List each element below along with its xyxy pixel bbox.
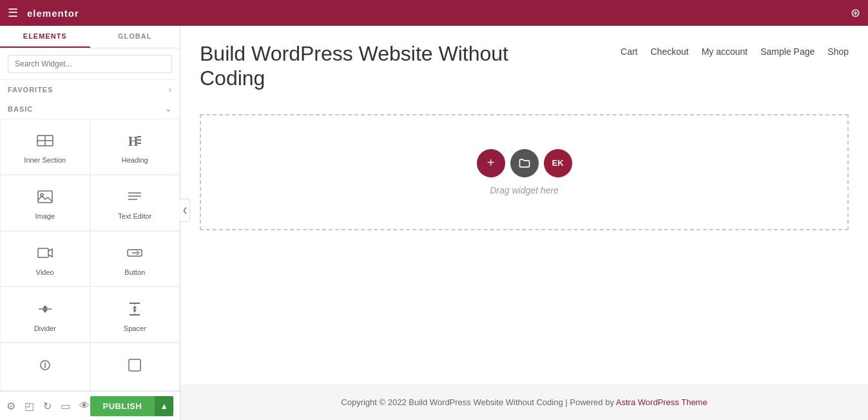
favorites-label: Favorites (8, 86, 53, 94)
responsive-icon[interactable]: ▭ (61, 400, 70, 412)
favorites-chevron-icon: › (169, 85, 172, 94)
widget-extra-1[interactable] (0, 343, 90, 391)
widget-spacer[interactable]: Spacer (90, 286, 180, 343)
svg-marker-16 (43, 305, 48, 308)
extra1-icon (36, 356, 54, 377)
basic-section-header[interactable]: Basic ⌄ (0, 99, 180, 119)
widget-extra-2[interactable] (90, 343, 180, 391)
add-widget-button[interactable]: + (477, 149, 505, 177)
nav-sample-page[interactable]: Sample Page (760, 46, 815, 57)
drop-zone-hint: Drag widget here (490, 185, 559, 195)
heading-label: Heading (122, 156, 148, 164)
button-icon (126, 244, 144, 265)
sidebar-search-container (0, 48, 180, 80)
top-bar: ☰ elementor ⊛ (0, 0, 868, 26)
video-icon (36, 244, 54, 265)
collapse-chevron-icon: ❮ (182, 206, 188, 214)
svg-rect-7 (38, 191, 52, 203)
svg-rect-12 (38, 248, 48, 257)
canvas: Build WordPress Website Without Coding C… (180, 26, 868, 420)
page-footer: Copyright © 2022 Build WordPress Website… (180, 385, 868, 420)
search-input[interactable] (8, 55, 172, 73)
extra2-icon (126, 356, 144, 377)
nav-shop[interactable]: Shop (827, 46, 849, 57)
basic-chevron-icon: ⌄ (165, 105, 172, 114)
collapse-handle[interactable]: ❮ (180, 199, 190, 222)
widgets-grid: Inner Section H Heading (0, 119, 180, 391)
layers-icon[interactable]: ◰ (24, 400, 34, 412)
preview-icon[interactable]: 👁 (79, 400, 90, 412)
sidebar: Elements Global Favorites › Basic ⌄ (0, 26, 180, 420)
nav-checkout[interactable]: Checkout (650, 46, 688, 57)
drop-zone-buttons: + EK (477, 149, 572, 177)
canvas-content: Build WordPress Website Without Coding C… (180, 26, 868, 420)
footer-link[interactable]: Astra WordPress Theme (616, 397, 708, 407)
inner-section-icon (36, 132, 54, 152)
grid-icon[interactable]: ⊛ (851, 6, 860, 20)
text-editor-icon (126, 188, 144, 208)
publish-arrow-button[interactable]: ▲ (155, 396, 173, 416)
nav-cart[interactable]: Cart (621, 46, 637, 57)
publish-group: PUBLISH ▲ (90, 396, 173, 416)
heading-icon: H (126, 132, 144, 152)
widget-button[interactable]: Button (90, 231, 180, 287)
page-header: Build WordPress Website Without Coding C… (180, 26, 868, 101)
drop-zone[interactable]: + EK Drag widget here (200, 114, 849, 230)
ek-button[interactable]: EK (544, 149, 572, 177)
basic-label: Basic (8, 105, 33, 113)
text-editor-label: Text Editor (118, 212, 151, 220)
video-label: Video (36, 268, 54, 276)
sidebar-tabs: Elements Global (0, 26, 180, 48)
favorites-section-header[interactable]: Favorites › (0, 80, 180, 99)
page-title: Build WordPress Website Without Coding (200, 41, 554, 91)
svg-marker-17 (43, 310, 48, 313)
inner-section-label: Inner Section (24, 156, 66, 164)
folder-button[interactable] (510, 149, 539, 177)
image-label: Image (35, 212, 55, 220)
widget-inner-section[interactable]: Inner Section (0, 119, 90, 175)
history-icon[interactable]: ↻ (43, 400, 52, 412)
divider-icon (36, 300, 54, 321)
nav-my-account[interactable]: My account (702, 46, 748, 57)
svg-rect-25 (129, 359, 140, 371)
elementor-logo: elementor (27, 8, 79, 19)
tab-elements[interactable]: Elements (0, 26, 90, 48)
widget-image[interactable]: Image (0, 175, 90, 231)
svg-text:H: H (128, 134, 139, 148)
hamburger-icon[interactable]: ☰ (8, 6, 18, 20)
drop-zone-area: + EK Drag widget here (180, 101, 868, 385)
divider-label: Divider (34, 325, 56, 332)
button-label: Button (124, 268, 145, 276)
main-layout: Elements Global Favorites › Basic ⌄ (0, 26, 868, 420)
svg-marker-22 (133, 310, 137, 312)
widget-heading[interactable]: H Heading (90, 119, 180, 175)
bottom-bar-icons: ⚙ ◰ ↻ ▭ 👁 (6, 400, 90, 412)
image-icon (36, 188, 54, 208)
svg-marker-21 (133, 306, 137, 308)
bottom-bar: ⚙ ◰ ↻ ▭ 👁 PUBLISH ▲ (0, 391, 180, 420)
widget-text-editor[interactable]: Text Editor (90, 175, 180, 231)
publish-button[interactable]: PUBLISH (90, 396, 155, 416)
nav-links: Cart Checkout My account Sample Page Sho… (621, 41, 849, 57)
spacer-label: Spacer (124, 325, 146, 332)
footer-text: Copyright © 2022 Build WordPress Website… (341, 397, 616, 407)
spacer-icon (126, 300, 144, 321)
widget-divider[interactable]: Divider (0, 286, 90, 343)
tab-global[interactable]: Global (90, 26, 180, 48)
settings-icon[interactable]: ⚙ (6, 400, 15, 412)
widget-video[interactable]: Video (0, 231, 90, 287)
